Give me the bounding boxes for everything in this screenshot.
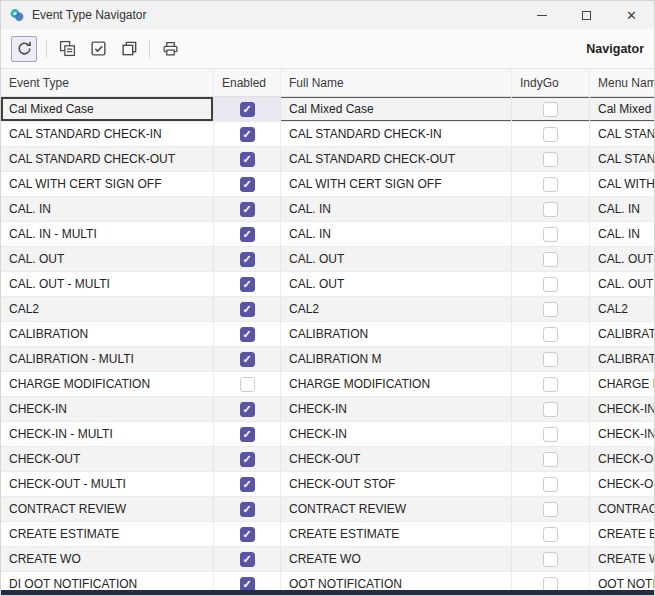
event-type-table: Event Type Enabled Full Name IndyGo Menu…: [1, 69, 655, 596]
column-header-menu-name[interactable]: Menu Name: [590, 69, 655, 96]
indygo-checkbox[interactable]: [543, 477, 558, 492]
enabled-checkbox[interactable]: [240, 277, 255, 292]
column-header-full-name[interactable]: Full Name: [281, 69, 512, 96]
enabled-checkbox[interactable]: [240, 527, 255, 542]
toolbar-separator: [149, 40, 150, 58]
table-row[interactable]: CREATE ESTIMATE CREATE ESTIMATE CREATE E…: [1, 522, 655, 547]
indygo-checkbox[interactable]: [543, 152, 558, 167]
window-panel-button[interactable]: [118, 38, 140, 60]
toolbar-separator: [46, 40, 47, 58]
print-button[interactable]: [159, 38, 181, 60]
enabled-cell: [214, 372, 281, 396]
enabled-checkbox[interactable]: [240, 327, 255, 342]
indygo-checkbox[interactable]: [543, 302, 558, 317]
table-row[interactable]: CAL. OUT CAL. OUT CAL. OUT: [1, 247, 655, 272]
indygo-checkbox[interactable]: [543, 527, 558, 542]
table-row[interactable]: Cal Mixed Case Cal Mixed Case Cal Mixed …: [1, 97, 655, 122]
indygo-cell: [512, 197, 590, 221]
titlebar: Event Type Navigator ✕: [1, 1, 654, 29]
enabled-checkbox[interactable]: [240, 202, 255, 217]
table-row[interactable]: CAL. OUT - MULTI CAL. OUT CAL. OUT: [1, 272, 655, 297]
maximize-icon: [582, 11, 591, 20]
indygo-checkbox[interactable]: [543, 202, 558, 217]
enabled-checkbox[interactable]: [240, 227, 255, 242]
event-type-cell: CHECK-OUT - MULTI: [1, 472, 214, 496]
refresh-button[interactable]: [11, 36, 37, 62]
indygo-cell: [512, 497, 590, 521]
indygo-checkbox[interactable]: [543, 377, 558, 392]
records-button[interactable]: [56, 38, 78, 60]
column-header-event-type[interactable]: Event Type: [1, 69, 214, 96]
table-row[interactable]: CAL STANDARD CHECK-OUT CAL STANDARD CHEC…: [1, 147, 655, 172]
menu-name-cell: CALIBRATION: [590, 322, 655, 346]
maximize-button[interactable]: [564, 1, 609, 29]
enabled-checkbox[interactable]: [240, 152, 255, 167]
indygo-checkbox[interactable]: [543, 227, 558, 242]
full-name-cell: CAL. IN: [281, 197, 512, 221]
enabled-checkbox[interactable]: [240, 377, 255, 392]
indygo-checkbox[interactable]: [543, 102, 558, 117]
table-row[interactable]: CHARGE MODIFICATION CHARGE MODIFICATION …: [1, 372, 655, 397]
enabled-checkbox[interactable]: [240, 452, 255, 467]
indygo-cell: [512, 247, 590, 271]
enabled-cell: [214, 547, 281, 571]
event-type-cell: CONTRACT REVIEW: [1, 497, 214, 521]
enabled-checkbox[interactable]: [240, 302, 255, 317]
enabled-checkbox[interactable]: [240, 427, 255, 442]
enabled-checkbox[interactable]: [240, 477, 255, 492]
table-row[interactable]: CHECK-OUT - MULTI CHECK-OUT STOF CHECK-O…: [1, 472, 655, 497]
close-button[interactable]: ✕: [609, 1, 654, 29]
enabled-checkbox[interactable]: [240, 252, 255, 267]
indygo-checkbox[interactable]: [543, 402, 558, 417]
enabled-checkbox[interactable]: [240, 127, 255, 142]
enabled-cell: [214, 322, 281, 346]
column-header-enabled[interactable]: Enabled: [214, 69, 281, 96]
indygo-checkbox[interactable]: [543, 127, 558, 142]
event-type-cell: CREATE ESTIMATE: [1, 522, 214, 546]
menu-name-cell: Cal Mixed Case: [590, 97, 655, 121]
enabled-cell: [214, 272, 281, 296]
column-header-indygo[interactable]: IndyGo: [512, 69, 590, 96]
table-row[interactable]: CALIBRATION - MULTI CALIBRATION M CALIBR…: [1, 347, 655, 372]
indygo-checkbox[interactable]: [543, 277, 558, 292]
enabled-checkbox[interactable]: [240, 552, 255, 567]
minimize-button[interactable]: [519, 1, 564, 29]
checklist-button[interactable]: [87, 38, 109, 60]
indygo-checkbox[interactable]: [543, 552, 558, 567]
menu-name-cell: CHECK-IN: [590, 422, 655, 446]
table-row[interactable]: CAL. IN CAL. IN CAL. IN: [1, 197, 655, 222]
table-row[interactable]: CALIBRATION CALIBRATION CALIBRATION: [1, 322, 655, 347]
enabled-cell: [214, 197, 281, 221]
menu-name-cell: CAL WITH CERT SIGN OFF: [590, 172, 655, 196]
table-row[interactable]: CHECK-IN - MULTI CHECK-IN CHECK-IN: [1, 422, 655, 447]
table-row[interactable]: CREATE WO CREATE WO CREATE WO: [1, 547, 655, 572]
enabled-checkbox[interactable]: [240, 502, 255, 517]
indygo-checkbox[interactable]: [543, 502, 558, 517]
indygo-checkbox[interactable]: [543, 327, 558, 342]
indygo-checkbox[interactable]: [543, 252, 558, 267]
full-name-cell: CREATE WO: [281, 547, 512, 571]
indygo-cell: [512, 547, 590, 571]
menu-name-cell: CHECK-OUT: [590, 447, 655, 471]
enabled-checkbox[interactable]: [240, 352, 255, 367]
indygo-checkbox[interactable]: [543, 452, 558, 467]
indygo-checkbox[interactable]: [543, 427, 558, 442]
indygo-cell: [512, 272, 590, 296]
indygo-checkbox[interactable]: [543, 352, 558, 367]
table-row[interactable]: CAL2 CAL2 CAL2: [1, 297, 655, 322]
enabled-checkbox[interactable]: [240, 102, 255, 117]
table-row[interactable]: CONTRACT REVIEW CONTRACT REVIEW CONTRACT…: [1, 497, 655, 522]
table-row[interactable]: CHECK-IN CHECK-IN CHECK-IN: [1, 397, 655, 422]
app-logo-icon: [9, 7, 25, 23]
close-icon: ✕: [626, 9, 637, 22]
records-icon: [59, 40, 76, 57]
enabled-checkbox[interactable]: [240, 402, 255, 417]
table-row[interactable]: CAL STANDARD CHECK-IN CAL STANDARD CHECK…: [1, 122, 655, 147]
table-row[interactable]: CHECK-OUT CHECK-OUT CHECK-OUT: [1, 447, 655, 472]
enabled-checkbox[interactable]: [240, 177, 255, 192]
toolbar: Navigator: [1, 29, 654, 69]
table-row[interactable]: CAL. IN - MULTI CAL. IN CAL. IN: [1, 222, 655, 247]
indygo-checkbox[interactable]: [543, 177, 558, 192]
refresh-icon: [16, 40, 33, 57]
table-row[interactable]: CAL WITH CERT SIGN OFF CAL WITH CERT SIG…: [1, 172, 655, 197]
